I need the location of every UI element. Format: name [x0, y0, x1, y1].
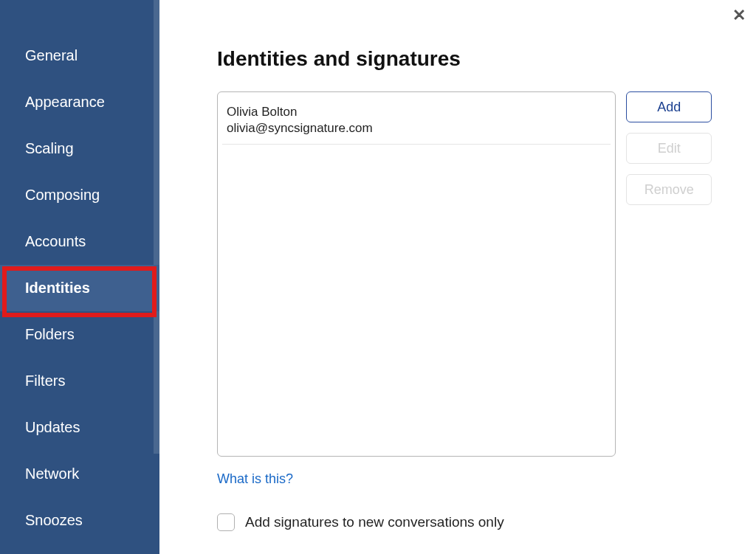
identities-row: Olivia Bolton olivia@syncsignature.com A…: [217, 91, 712, 457]
sidebar-item-label: Network: [25, 465, 79, 482]
help-link[interactable]: What is this?: [217, 471, 293, 487]
remove-button: Remove: [626, 174, 712, 205]
identity-email: olivia@syncsignature.com: [227, 120, 606, 136]
sidebar-item-label: Appearance: [25, 94, 105, 111]
sidebar-item-label: Accounts: [25, 233, 86, 250]
identity-actions: Add Edit Remove: [626, 91, 712, 205]
identities-listbox[interactable]: Olivia Bolton olivia@syncsignature.com: [217, 91, 616, 457]
sidebar-item-label: Snoozes: [25, 512, 83, 529]
sidebar-item-identities[interactable]: Identities: [0, 265, 159, 311]
identity-name: Olivia Bolton: [227, 104, 606, 120]
sidebar-item-label: Composing: [25, 187, 100, 204]
sidebar-item-filters[interactable]: Filters: [0, 358, 159, 404]
main-panel: Identities and signatures Olivia Bolton …: [159, 0, 756, 554]
sidebar-item-label: Updates: [25, 419, 80, 436]
sidebar-item-label: Scaling: [25, 140, 74, 157]
sidebar-item-label: Filters: [25, 373, 65, 389]
signatures-new-only-row: Add signatures to new conversations only: [217, 513, 712, 531]
sidebar-item-snoozes[interactable]: Snoozes: [0, 497, 159, 544]
sidebar-item-label: General: [25, 47, 78, 64]
signatures-new-only-checkbox[interactable]: [217, 513, 235, 531]
page-title: Identities and signatures: [217, 47, 712, 71]
identity-entry[interactable]: Olivia Bolton olivia@syncsignature.com: [222, 97, 611, 145]
sidebar-item-composing[interactable]: Composing: [0, 172, 159, 218]
sidebar-item-general[interactable]: General: [0, 32, 159, 79]
settings-sidebar: General Appearance Scaling Composing Acc…: [0, 0, 159, 554]
sidebar-item-network[interactable]: Network: [0, 451, 159, 497]
sidebar-item-updates[interactable]: Updates: [0, 404, 159, 451]
sidebar-item-label: Folders: [25, 326, 75, 343]
signatures-new-only-label: Add signatures to new conversations only: [245, 514, 504, 530]
sidebar-item-folders[interactable]: Folders: [0, 311, 159, 358]
add-button[interactable]: Add: [626, 91, 712, 122]
sidebar-item-scaling[interactable]: Scaling: [0, 125, 159, 172]
sidebar-item-appearance[interactable]: Appearance: [0, 79, 159, 125]
sidebar-item-accounts[interactable]: Accounts: [0, 218, 159, 265]
sidebar-item-label: Identities: [25, 280, 90, 297]
edit-button: Edit: [626, 133, 712, 164]
